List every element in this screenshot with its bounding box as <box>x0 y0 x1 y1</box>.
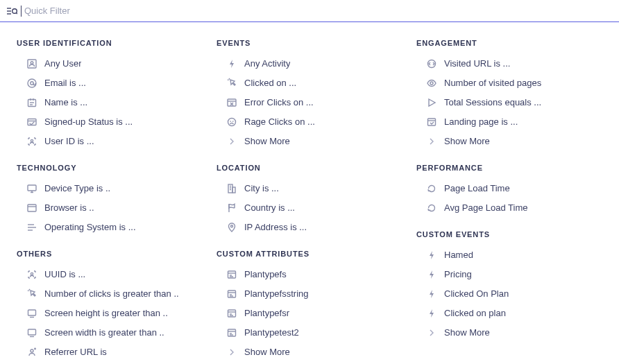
filter-item-pricing[interactable]: Pricing <box>416 265 602 284</box>
section-technology: TECHNOLOGYDevice Type is ..Browser is ..… <box>17 164 203 237</box>
bolt-icon <box>426 250 437 261</box>
svg-line-36 <box>228 80 229 80</box>
filter-item-label: Country is ... <box>244 202 295 214</box>
filter-item-city-is[interactable]: City is ... <box>217 179 402 198</box>
filter-item-plantypefsstring[interactable]: Plantypefsstring <box>217 284 402 304</box>
filter-item-plantypefsr[interactable]: Plantypefsr <box>217 304 402 323</box>
user-any-icon <box>26 58 37 69</box>
rageclick-icon <box>226 116 237 128</box>
section-title: LOCATION <box>217 164 402 172</box>
quick-filter-input[interactable] <box>23 3 613 19</box>
filter-item-any-user[interactable]: Any User <box>17 54 203 73</box>
filter-item-clicked-on-plan[interactable]: Clicked on plan <box>416 304 602 323</box>
filter-item-label: Operating System is ... <box>44 221 136 234</box>
svg-point-41 <box>228 119 236 126</box>
section-performance: PERFORMANCEPage Load TimeAvg Page Load T… <box>416 164 602 218</box>
filter-item-label: Plantypefsstring <box>244 288 309 300</box>
filter-item-operating-system-is[interactable]: Operating System is ... <box>17 218 203 237</box>
filter-item-label: Plantypefs <box>244 268 287 281</box>
filter-item-total-sessions-equals[interactable]: Total Sessions equals ... <box>416 93 602 112</box>
svg-line-26 <box>29 289 30 291</box>
section-title: USER IDENTIFICATION <box>17 39 203 47</box>
filter-item-avg-page-load-time[interactable]: Avg Page Load Time <box>416 198 602 218</box>
filter-item-label: UUID is ... <box>44 268 85 281</box>
click-icon <box>26 288 37 300</box>
svg-line-35 <box>229 78 230 80</box>
filter-item-signed-up-status-is[interactable]: Signed-up Status is ... <box>17 112 203 132</box>
filter-item-ip-address-is[interactable]: IP Address is ... <box>217 218 402 237</box>
card-icon <box>226 288 237 300</box>
filter-item-uuid-is[interactable]: UUID is ... <box>17 265 203 284</box>
filter-item-label: Email is ... <box>44 77 86 89</box>
filter-item-label: Any User <box>44 58 81 70</box>
screen-icon <box>26 327 37 338</box>
signup-icon <box>26 116 37 128</box>
section-title: OTHERS <box>17 250 203 258</box>
svg-rect-43 <box>232 187 235 193</box>
filter-item-label: Referrer URL is <box>44 346 107 358</box>
filter-item-device-type-is[interactable]: Device Type is .. <box>17 179 203 198</box>
play-icon <box>426 97 437 108</box>
errorclick-icon <box>226 97 237 108</box>
filter-item-label: Number of visited pages <box>444 77 541 89</box>
chevron-icon <box>226 136 237 147</box>
userid-icon <box>26 269 37 280</box>
filter-item-number-of-visited-pages[interactable]: Number of visited pages <box>416 73 602 93</box>
svg-rect-37 <box>228 99 236 106</box>
filter-item-label: Show More <box>444 135 490 148</box>
filter-item-label: Any Activity <box>244 58 290 70</box>
show-more-button[interactable]: Show More <box>416 323 602 343</box>
filter-column: USER IDENTIFICATIONAny UserEmail is ...N… <box>17 39 203 364</box>
svg-point-7 <box>28 79 36 87</box>
filter-item-landing-page-is[interactable]: Landing page is ... <box>416 112 602 132</box>
filter-item-clicked-on[interactable]: Clicked on ... <box>217 73 402 93</box>
filter-item-email-is[interactable]: Email is ... <box>17 73 203 93</box>
filter-item-referrer-url-is[interactable]: Referrer URL is <box>17 343 203 362</box>
filter-item-screen-height-is-greater-than[interactable]: Screen height is greater than .. <box>17 304 203 323</box>
section-others: OTHERSUUID is ...Number of clicks is gre… <box>17 250 203 362</box>
filter-item-clicked-on-plan[interactable]: Clicked On Plan <box>416 284 602 304</box>
show-more-button[interactable]: Show More <box>217 132 402 151</box>
filter-item-country-is[interactable]: Country is ... <box>217 198 402 218</box>
eye-icon <box>426 78 437 89</box>
filter-item-page-load-time[interactable]: Page Load Time <box>416 179 602 198</box>
filter-item-plantypefs[interactable]: Plantypefs <box>217 265 402 284</box>
chevron-icon <box>426 136 437 147</box>
filter-item-label: Pricing <box>444 268 472 281</box>
filter-item-any-activity[interactable]: Any Activity <box>217 54 402 73</box>
svg-rect-42 <box>228 184 232 193</box>
show-more-button[interactable]: Show More <box>416 132 602 151</box>
refresh-icon <box>426 183 437 194</box>
filter-item-label: Device Type is .. <box>44 182 110 195</box>
filter-item-visited-url-is[interactable]: Visited URL is ... <box>416 54 602 73</box>
filter-item-user-id-is[interactable]: User ID is ... <box>17 132 203 151</box>
filter-item-label: Error Clicks on ... <box>244 96 314 109</box>
click-icon <box>226 78 237 89</box>
filter-item-number-of-clicks-is-greater-than[interactable]: Number of clicks is greater than .. <box>17 284 203 304</box>
section-user-identification: USER IDENTIFICATIONAny UserEmail is ...N… <box>17 39 203 151</box>
section-title: ENGAGEMENT <box>416 39 602 47</box>
referrer-icon <box>26 347 37 358</box>
svg-point-48 <box>231 225 233 227</box>
filter-item-label: Clicked on ... <box>244 77 296 89</box>
filter-item-rage-clicks-on[interactable]: Rage Clicks on ... <box>217 112 402 132</box>
section-custom-attributes: CUSTOM ATTRIBUTESPlantypefsPlantypefsstr… <box>217 250 402 362</box>
filter-item-screen-width-is-greater-than[interactable]: Screen width is greater than .. <box>17 323 203 343</box>
filter-item-label: Clicked On Plan <box>444 288 509 300</box>
show-more-button[interactable]: Show More <box>217 343 402 362</box>
svg-point-32 <box>31 349 33 352</box>
filter-item-browser-is[interactable]: Browser is .. <box>17 198 203 218</box>
filter-columns: USER IDENTIFICATIONAny UserEmail is ...N… <box>0 22 619 364</box>
filter-search-bar[interactable] <box>0 0 619 22</box>
filter-item-label: Browser is .. <box>44 202 94 214</box>
filter-item-label: Plantypefsr <box>244 307 289 320</box>
filter-item-name-is[interactable]: Name is ... <box>17 93 203 112</box>
svg-point-3 <box>12 8 17 13</box>
filter-item-hamed[interactable]: Hamed <box>416 245 602 265</box>
filter-item-label: City is ... <box>244 182 279 195</box>
filter-item-plantypetest2[interactable]: Plantypetest2 <box>217 323 402 343</box>
svg-point-16 <box>31 139 33 141</box>
filter-item-error-clicks-on[interactable]: Error Clicks on ... <box>217 93 402 112</box>
section-events: EVENTSAny ActivityClicked on ...Error Cl… <box>217 39 402 151</box>
refresh-icon <box>426 202 437 214</box>
